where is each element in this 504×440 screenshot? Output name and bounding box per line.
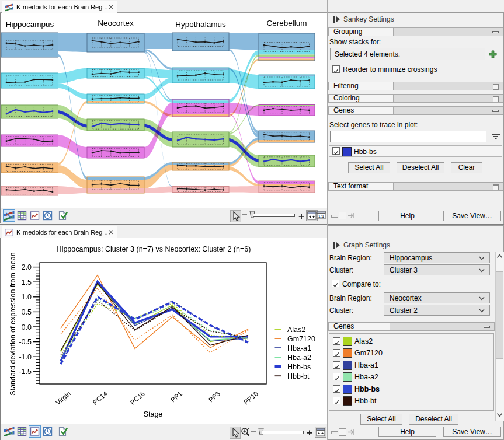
svg-text:Hbb-bs: Hbb-bs bbox=[287, 363, 311, 371]
svg-text:Hba-a1: Hba-a1 bbox=[287, 344, 311, 352]
svg-text:Stage: Stage bbox=[144, 410, 163, 418]
svg-text:Neocortex: Neocortex bbox=[98, 19, 134, 27]
svg-text:Standard deviation of expressi: Standard deviation of expression from me… bbox=[9, 252, 17, 395]
svg-text:0.5: 0.5 bbox=[22, 308, 32, 316]
svg-text:-1.5: -1.5 bbox=[19, 368, 32, 376]
svg-text:PC14: PC14 bbox=[92, 390, 109, 406]
svg-text:Virgin: Virgin bbox=[54, 390, 72, 406]
svg-text:PP3: PP3 bbox=[207, 390, 221, 403]
svg-text:PP1: PP1 bbox=[169, 390, 183, 403]
svg-text:Cerebellum: Cerebellum bbox=[266, 19, 307, 27]
svg-text:1:1: 1:1 bbox=[318, 214, 324, 219]
svg-text:0.0: 0.0 bbox=[22, 323, 32, 331]
svg-text:Hippocampus: Cluster 3 (n=7) v: Hippocampus: Cluster 3 (n=7) vs Neocorte… bbox=[57, 245, 251, 253]
svg-text:Hba-a2: Hba-a2 bbox=[287, 354, 311, 362]
svg-text:-0.5: -0.5 bbox=[19, 338, 32, 346]
svg-text:Gm7120: Gm7120 bbox=[287, 335, 315, 343]
svg-text:Hbb-bt: Hbb-bt bbox=[287, 372, 310, 380]
svg-text:Alas2: Alas2 bbox=[287, 326, 305, 334]
svg-text:-1.0: -1.0 bbox=[19, 353, 32, 361]
svg-text:Hippocampus: Hippocampus bbox=[6, 20, 54, 29]
svg-text:1.0: 1.0 bbox=[22, 293, 32, 301]
svg-text:Hypothalamus: Hypothalamus bbox=[175, 20, 226, 29]
svg-text:PP10: PP10 bbox=[242, 390, 259, 406]
svg-text:1.5: 1.5 bbox=[22, 278, 32, 287]
svg-text:PC16: PC16 bbox=[129, 390, 147, 406]
svg-text:2.0: 2.0 bbox=[22, 263, 32, 271]
